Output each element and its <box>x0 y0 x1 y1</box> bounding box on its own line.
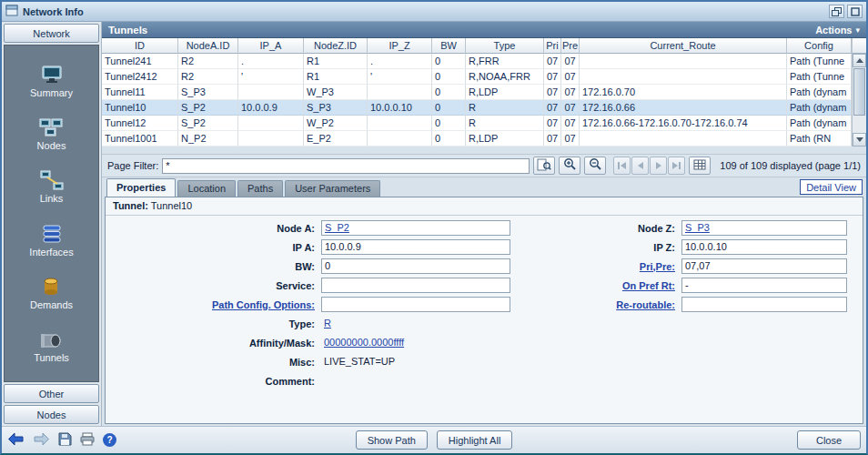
table-cell: W_P3 <box>304 85 368 100</box>
table-row-tunnel11[interactable]: Tunnel11S_P3W_P30R,LDP0707172.16.0.70Pat… <box>102 85 852 100</box>
table-row-tunnel1001[interactable]: Tunnel1001N_P2E_P20R,LDP0707Path (RN <box>102 131 852 147</box>
prop-field-pri-pre[interactable]: 07,07 <box>681 258 847 274</box>
prop-value-type[interactable]: R <box>324 318 331 329</box>
zoom-out-icon <box>589 157 602 174</box>
table-cell: Tunnel11 <box>102 85 178 100</box>
table-cell: 0 <box>432 100 466 116</box>
prop-field-service[interactable] <box>321 278 510 293</box>
sidebar-item-summary[interactable]: Summary <box>30 64 73 98</box>
maximize-button[interactable] <box>847 5 863 18</box>
scroll-down-button[interactable] <box>853 133 866 147</box>
column-header-ip-a[interactable]: IP_A <box>238 38 304 54</box>
back-button[interactable] <box>7 432 25 449</box>
network-button[interactable]: Network <box>4 24 99 43</box>
table-row-tunnel12[interactable]: Tunnel12S_P2W_P20R0707172.16.0.66-172.16… <box>102 116 852 131</box>
tab-location[interactable]: Location <box>177 180 236 197</box>
next-page-button[interactable] <box>650 157 667 175</box>
nodes-button[interactable]: Nodes <box>4 405 99 424</box>
sidebar-item-demands[interactable]: Demands <box>30 276 73 310</box>
last-page-button[interactable] <box>668 157 685 175</box>
column-header-nodez-id[interactable]: NodeZ.ID <box>304 38 368 54</box>
column-header-id[interactable]: ID <box>102 38 178 54</box>
column-header-pre[interactable]: Pre <box>561 38 580 54</box>
sidebar-item-interfaces[interactable]: Interfaces <box>29 223 73 258</box>
prop-label-pri-pre[interactable]: Pri,Pre: <box>513 261 679 272</box>
page-filter-input[interactable] <box>162 158 530 174</box>
prop-value-node-z[interactable]: S_P3 <box>685 222 710 233</box>
prop-label-path-config-options[interactable]: Path Config. Options: <box>113 299 318 310</box>
zoom-in-icon <box>563 157 577 174</box>
show-path-button[interactable]: Show Path <box>356 430 428 450</box>
tab-paths[interactable]: Paths <box>237 180 283 197</box>
window-title: Network Info <box>23 6 84 17</box>
table-header: IDNodeA.IDIP_ANodeZ.IDIP_ZBWTypePriPreCu… <box>102 38 852 54</box>
actions-menu-button[interactable]: Actions ▾ <box>815 25 860 35</box>
prop-value-node-a[interactable]: S_P2 <box>325 222 349 233</box>
scrollbar-fill <box>853 116 866 133</box>
sidebar-item-label: Summary <box>30 87 73 98</box>
titlebar[interactable]: Network Info <box>2 2 866 22</box>
highlight-all-button[interactable]: Highlight All <box>437 430 512 450</box>
prop-field-on-pref-rt[interactable]: - <box>681 278 847 293</box>
first-page-button[interactable] <box>613 157 631 175</box>
table-cell: R2 <box>178 69 238 85</box>
footer-icons: ? <box>7 432 212 449</box>
sidebar-item-nodes[interactable]: Nodes <box>37 116 66 151</box>
zoom-in-button[interactable] <box>559 157 580 175</box>
table-cell: S_P2 <box>178 100 238 116</box>
prop-field-node-z[interactable]: S_P3 <box>681 220 847 236</box>
restore-button[interactable] <box>829 5 844 18</box>
table-cell: Tunnel12 <box>102 116 178 131</box>
prop-label-node-a: Node A: <box>113 223 318 234</box>
prop-field-path-config-options[interactable] <box>321 297 510 312</box>
last-page-icon <box>672 162 678 169</box>
column-header-current-route[interactable]: Current_Route <box>580 38 787 54</box>
prop-field-type: R <box>321 316 510 331</box>
prop-value-bw: 0 <box>325 260 330 271</box>
prop-field-ip-a[interactable]: 10.0.0.9 <box>321 239 510 255</box>
close-button[interactable]: Close <box>797 430 861 450</box>
table-row-tunnel2412[interactable]: Tunnel2412R2'R1'0R,NOAA,FRR0707Path (Tun… <box>102 69 852 85</box>
prop-label-re-routable[interactable]: Re-routable: <box>513 299 679 310</box>
detail-view-button[interactable]: Detail View <box>800 179 863 195</box>
column-header-pri[interactable]: Pri <box>544 38 561 54</box>
first-page-icon <box>618 162 620 169</box>
sidebar: Network SummaryNodesLinksInterfacesDeman… <box>2 22 102 426</box>
forward-button[interactable] <box>33 432 50 449</box>
column-header-ip-z[interactable]: IP_Z <box>368 38 432 54</box>
table-cell: W_P2 <box>304 116 368 131</box>
table-row-tunnel241[interactable]: Tunnel241R2.R1.0R,FRR0707Path (Tunne <box>102 54 852 69</box>
grid-view-button[interactable] <box>689 157 711 175</box>
prop-field-re-routable[interactable] <box>681 297 847 312</box>
prop-label-on-pref-rt[interactable]: On Pref Rt: <box>513 280 679 291</box>
prop-field-bw[interactable]: 0 <box>321 258 510 274</box>
save-button[interactable] <box>58 432 72 449</box>
tab-properties[interactable]: Properties <box>106 178 176 197</box>
table-cell: 07 <box>561 69 580 85</box>
scroll-up-button[interactable] <box>853 54 866 67</box>
scrollbar-thumb[interactable] <box>853 68 865 116</box>
prop-label-ip-a: IP A: <box>113 242 318 253</box>
other-button[interactable]: Other <box>4 384 99 403</box>
help-icon[interactable]: ? <box>103 433 116 447</box>
tab-user-parameters[interactable]: User Parameters <box>285 180 380 197</box>
view-filter-button[interactable] <box>533 157 555 175</box>
prop-field-node-a[interactable]: S_P2 <box>321 220 510 236</box>
zoom-out-button[interactable] <box>584 157 606 175</box>
prop-field-ip-z[interactable]: 10.0.0.10 <box>681 239 847 255</box>
prev-page-button[interactable] <box>631 157 649 175</box>
column-header-config[interactable]: Config <box>787 38 852 54</box>
vertical-scrollbar[interactable] <box>852 38 866 147</box>
sidebar-item-links[interactable]: Links <box>40 169 64 204</box>
prop-value-affinity-mask[interactable]: 00000000.0000ffff <box>324 337 404 348</box>
column-header-type[interactable]: Type <box>466 38 544 54</box>
sidebar-item-tunnels[interactable]: Tunnels <box>34 329 69 363</box>
table-cell: 0 <box>432 54 466 69</box>
table-row-tunnel10[interactable]: Tunnel10S_P210.0.0.9S_P310.0.0.100R07071… <box>102 100 852 116</box>
footer-bar: ? Show Path Highlight All Close <box>2 426 866 453</box>
column-header-bw[interactable]: BW <box>432 38 466 54</box>
print-button[interactable] <box>80 432 95 449</box>
column-header-nodea-id[interactable]: NodeA.ID <box>178 38 238 54</box>
table-cell: Path (RN <box>787 131 852 147</box>
scrollbar-track[interactable] <box>852 54 866 147</box>
